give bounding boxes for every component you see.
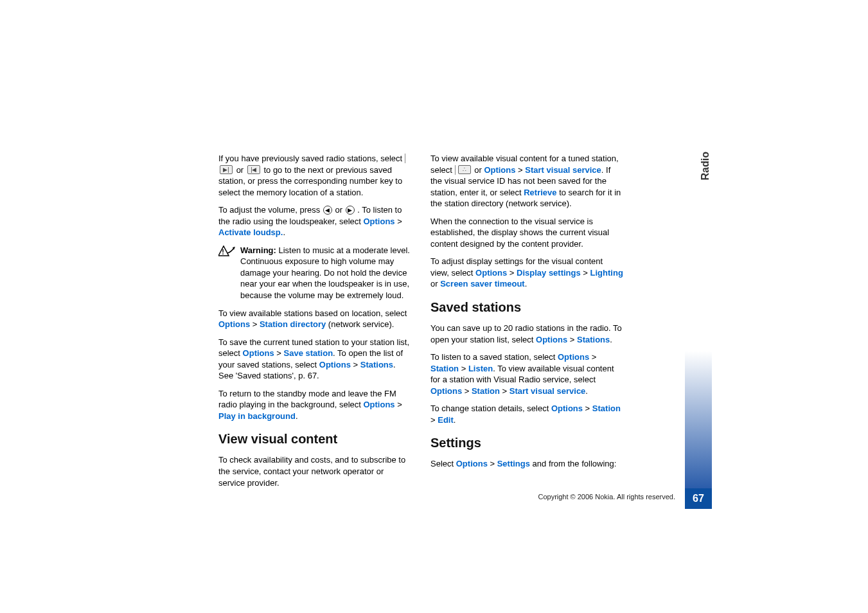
link-edit: Edit	[438, 415, 454, 425]
link-start-visual-service: Start visual service	[525, 165, 601, 175]
link-station: Station	[472, 386, 500, 396]
link-options: Options	[536, 335, 567, 344]
link-lighting: Lighting	[590, 268, 623, 278]
para-volume-loudspeaker: To adjust the volume, press ◀ or ▶ . To …	[218, 204, 411, 238]
column-left: If you have previously saved radio stati…	[218, 153, 411, 495]
para-connection-established: When the connection to the visual servic…	[430, 216, 623, 250]
link-listen: Listen	[468, 364, 493, 373]
heading-settings: Settings	[430, 434, 623, 452]
link-options: Options	[218, 319, 250, 329]
link-options: Options	[430, 386, 462, 396]
link-save-station: Save station	[284, 348, 333, 358]
link-station-directory: Station directory	[260, 319, 326, 329]
visual-service-icon: ∴	[458, 165, 471, 174]
column-right: To view available visual content for a t…	[430, 153, 623, 495]
heading-view-visual-content: View visual content	[218, 431, 411, 448]
link-display-settings: Display settings	[517, 268, 581, 278]
side-gradient	[685, 183, 712, 488]
para-select-settings: Select Options > Settings and from the f…	[430, 458, 623, 470]
svg-text:!: !	[222, 248, 224, 256]
link-options: Options	[363, 400, 394, 409]
warning-icon: !	[218, 245, 235, 260]
para-listen-saved: To listen to a saved station, select Opt…	[430, 351, 623, 396]
link-options: Options	[475, 268, 507, 278]
para-view-visual-tuned: To view available visual content for a t…	[430, 153, 623, 209]
next-icon: ▶|	[220, 165, 233, 174]
para-save-station: To save the current tuned station to you…	[218, 337, 411, 382]
link-settings: Settings	[497, 459, 530, 468]
link-station: Station	[592, 404, 621, 413]
link-options: Options	[363, 217, 394, 226]
separator-icon	[405, 154, 405, 163]
warning-text: Warning: Listen to music at a moderate l…	[240, 245, 411, 301]
para-check-availability: To check availability and costs, and to …	[218, 454, 411, 488]
para-save-up-to-20: You can save up to 20 radio stations in …	[430, 323, 623, 345]
warning-block: ! Warning: Listen to music at a moderate…	[218, 245, 411, 301]
link-screen-saver-timeout: Screen saver timeout	[440, 279, 525, 289]
heading-saved-stations: Saved stations	[430, 299, 623, 316]
link-options: Options	[243, 348, 274, 358]
para-station-directory: To view available stations based on loca…	[218, 308, 411, 330]
prev-icon: |◀	[247, 165, 260, 174]
link-stations: Stations	[360, 360, 393, 369]
link-options: Options	[484, 165, 515, 175]
link-options: Options	[551, 404, 583, 413]
para-change-station-details: To change station details, select Option…	[430, 403, 623, 425]
link-activate-loudspeaker: Activate loudsp.	[218, 227, 283, 237]
scroll-left-icon: ◀	[323, 206, 332, 215]
separator-icon	[455, 165, 456, 175]
section-tab-radio: Radio	[700, 152, 711, 180]
link-options: Options	[319, 360, 351, 369]
scroll-right-icon: ▶	[346, 206, 355, 215]
page-number: 67	[685, 488, 712, 509]
link-options: Options	[558, 352, 589, 362]
link-retrieve: Retrieve	[524, 188, 556, 197]
link-station: Station	[430, 364, 459, 373]
page-content: If you have previously saved radio stati…	[218, 153, 626, 495]
link-stations: Stations	[577, 335, 610, 344]
para-play-background: To return to the standby mode and leave …	[218, 388, 411, 422]
para-saved-stations-nav: If you have previously saved radio stati…	[218, 153, 411, 198]
para-display-settings: To adjust display settings for the visua…	[430, 256, 623, 290]
link-options: Options	[456, 459, 488, 468]
link-play-in-background: Play in background	[218, 411, 296, 421]
link-start-visual-service: Start visual service	[509, 386, 586, 396]
